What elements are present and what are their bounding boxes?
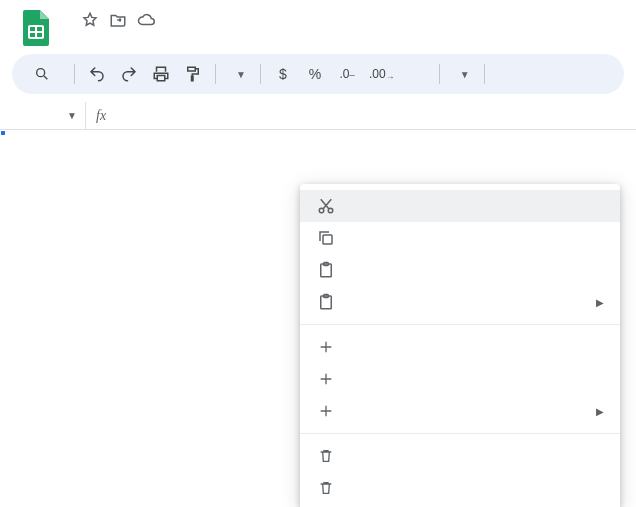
paint-format-button[interactable] xyxy=(179,60,207,88)
separator xyxy=(74,64,75,84)
trash-icon xyxy=(316,478,336,498)
percent-button[interactable]: % xyxy=(301,60,329,88)
redo-button[interactable] xyxy=(115,60,143,88)
plus-icon xyxy=(316,369,336,389)
font-select[interactable]: ▼ xyxy=(448,60,476,88)
separator xyxy=(300,324,620,325)
menu-tools[interactable] xyxy=(172,34,188,42)
star-icon[interactable] xyxy=(80,10,100,30)
menu-file[interactable] xyxy=(64,34,80,42)
separator xyxy=(300,433,620,434)
move-icon[interactable] xyxy=(108,10,128,30)
trash-icon xyxy=(316,446,336,466)
separator xyxy=(439,64,440,84)
menu-help[interactable] xyxy=(208,34,224,42)
svg-rect-4 xyxy=(323,235,332,244)
chevron-down-icon: ▼ xyxy=(236,69,246,80)
ctx-delete-row[interactable] xyxy=(300,440,620,472)
ctx-copy[interactable] xyxy=(300,222,620,254)
menu-insert[interactable] xyxy=(118,34,134,42)
paste-icon xyxy=(316,260,336,280)
ctx-insert-row[interactable] xyxy=(300,331,620,363)
separator xyxy=(484,64,485,84)
plus-icon xyxy=(316,401,336,421)
formula-bar: ▼ fx xyxy=(0,102,636,130)
app-header xyxy=(0,0,636,48)
selection-outline xyxy=(0,130,4,134)
currency-button[interactable]: $ xyxy=(269,60,297,88)
zoom-select[interactable]: ▼ xyxy=(224,60,252,88)
print-button[interactable] xyxy=(147,60,175,88)
menu-extensions[interactable] xyxy=(190,34,206,42)
submenu-arrow-icon: ▶ xyxy=(596,406,604,417)
doc-title[interactable] xyxy=(64,18,72,22)
name-box[interactable]: ▼ xyxy=(0,102,86,129)
context-menu: ▶ ▶ xyxy=(300,184,620,507)
ctx-paste-special[interactable]: ▶ xyxy=(300,286,620,318)
svg-point-1 xyxy=(37,69,45,77)
fx-icon: fx xyxy=(96,108,106,124)
increase-decimal-button[interactable]: .00→ xyxy=(365,60,399,88)
menu-view[interactable] xyxy=(100,34,116,42)
ctx-delete-cols[interactable] xyxy=(300,472,620,504)
chevron-down-icon: ▼ xyxy=(460,69,470,80)
ctx-paste[interactable] xyxy=(300,254,620,286)
paste-special-icon xyxy=(316,292,336,312)
menu-data[interactable] xyxy=(154,34,170,42)
submenu-arrow-icon: ▶ xyxy=(596,297,604,308)
separator xyxy=(260,64,261,84)
ctx-cut[interactable] xyxy=(300,190,620,222)
ctx-insert-cells[interactable]: ▶ xyxy=(300,395,620,427)
selection-handle[interactable] xyxy=(0,130,6,136)
menu-edit[interactable] xyxy=(82,34,98,42)
more-formats-button[interactable] xyxy=(403,60,431,88)
chevron-down-icon: ▼ xyxy=(67,110,77,121)
search-menus-button[interactable] xyxy=(24,60,66,88)
sheets-logo[interactable] xyxy=(16,8,56,48)
toolbar: ▼ $ % .0_ .00→ ▼ xyxy=(12,54,624,94)
menu-format[interactable] xyxy=(136,34,152,42)
copy-icon xyxy=(316,228,336,248)
plus-icon xyxy=(316,337,336,357)
ctx-insert-cols[interactable] xyxy=(300,363,620,395)
decrease-decimal-button[interactable]: .0_ xyxy=(333,60,361,88)
cloud-status-icon[interactable] xyxy=(136,10,156,30)
cut-icon xyxy=(316,196,336,216)
undo-button[interactable] xyxy=(83,60,111,88)
menubar xyxy=(64,34,620,42)
separator xyxy=(215,64,216,84)
